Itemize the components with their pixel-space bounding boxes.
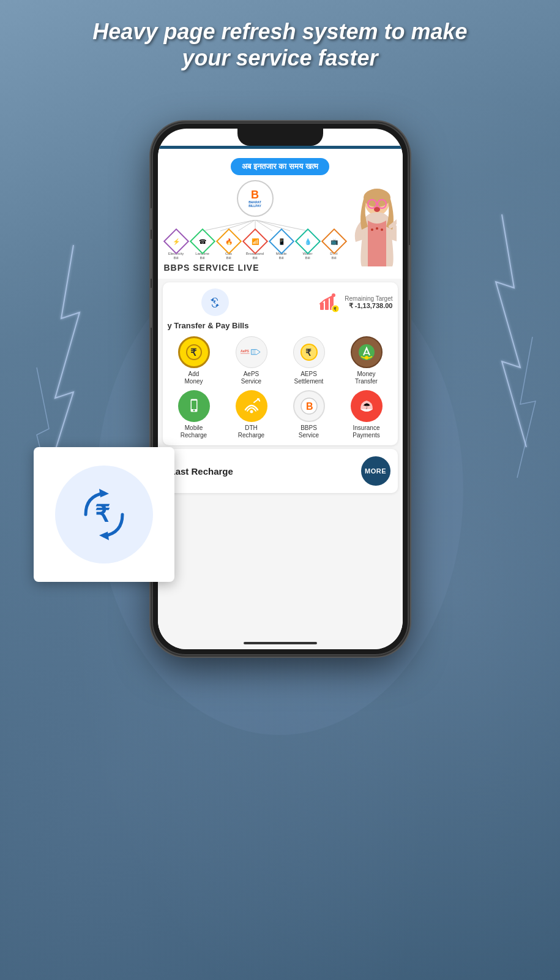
- target-info: Remaining Target ₹ -1,13,738.00: [345, 295, 392, 310]
- phone-button-volume-up: [149, 239, 152, 279]
- last-recharge-title: Last Recharge: [170, 466, 233, 477]
- svg-text:B: B: [306, 401, 313, 412]
- phone-shell: अब इनतजार का समय खत्म B BHARAT BILLPAY: [152, 123, 409, 655]
- bbps-icon-water: 💧 WaterBill: [296, 232, 320, 260]
- svg-line-2: [220, 220, 255, 231]
- bbps-letter: B: [251, 189, 259, 200]
- add-money-icon: ₹: [185, 343, 203, 361]
- bbps-icons-row: ⚡ ElectricityBill ☎ LandlineBill: [164, 232, 346, 260]
- bbps-icon-mobile: 📱 MobileBill: [269, 232, 294, 260]
- bbps-diagram: B BHARAT BILLPAY: [164, 180, 346, 273]
- banner-area: अब इनतजार का समय खत्म B BHARAT BILLPAY: [158, 149, 403, 279]
- bbps-service-label: BBPSService: [299, 424, 319, 439]
- dth-recharge-icon: [243, 398, 260, 415]
- bbps-name2: BILLPAY: [248, 204, 261, 208]
- money-transfer-icon: [357, 343, 376, 361]
- add-money-label: AddMoney: [184, 371, 203, 385]
- remaining-value: ₹ -1,13,738.00: [345, 302, 392, 310]
- service-insurance[interactable]: ☂ InsurancePayments: [340, 390, 393, 439]
- svg-text:☂: ☂: [363, 401, 371, 411]
- header-line2: your service faster: [24, 45, 536, 71]
- service-add-money[interactable]: ₹ AddMoney: [168, 336, 220, 385]
- phone-button-volume-down: [149, 288, 152, 328]
- svg-point-14: [371, 228, 373, 231]
- svg-text:₹: ₹: [213, 300, 216, 304]
- phone-mockup: अब इनतजार का समय खत्म B BHARAT BILLPAY: [152, 123, 409, 655]
- zoom-box-overlay: ₹: [34, 447, 174, 582]
- svg-point-36: [193, 410, 195, 412]
- bbps-service-icon: B: [300, 397, 318, 415]
- zoom-circle: ₹: [55, 466, 153, 564]
- money-row: ₹: [168, 288, 393, 316]
- svg-point-16: [381, 228, 383, 231]
- home-indicator: [244, 642, 317, 644]
- header-text: Heavy page refresh system to make your s…: [0, 18, 560, 71]
- services-area: ₹: [163, 282, 398, 445]
- svg-text:₹: ₹: [95, 501, 110, 527]
- insurance-icon: ☂: [357, 397, 376, 415]
- service-aeps[interactable]: AePS AePSService: [225, 336, 278, 385]
- banner-content: B BHARAT BILLPAY: [164, 180, 397, 273]
- bbps-icon-electricity: ⚡ ElectricityBill: [164, 232, 189, 260]
- svg-point-21: [332, 293, 335, 297]
- svg-point-33: [365, 356, 368, 360]
- aeps-settlement-icon: ₹: [300, 343, 318, 361]
- svg-text:₹: ₹: [190, 347, 197, 358]
- svg-rect-19: [325, 299, 329, 310]
- service-aeps-settlement[interactable]: ₹ AEPSSettlement: [283, 336, 335, 385]
- bbps-icon-landline: ☎ LandlineBill: [190, 232, 215, 260]
- section-title: y Transfer & Pay Bills: [168, 321, 393, 330]
- header-line1: Heavy page refresh system to make: [24, 18, 536, 45]
- svg-point-15: [376, 227, 378, 230]
- svg-rect-35: [192, 401, 196, 409]
- last-recharge-header: Last Recharge MORE: [170, 456, 390, 486]
- phone-inner: अब इनतजार का समय खत्म B BHARAT BILLPAY: [158, 129, 403, 649]
- insurance-label: InsurancePayments: [353, 424, 379, 439]
- phone-notch: [237, 129, 323, 146]
- bbps-icon-gas: 🔥 GasBill: [217, 232, 241, 260]
- bbps-service-live-text: BBPS SERVICE LIVE: [164, 263, 346, 273]
- more-button[interactable]: MORE: [361, 456, 390, 486]
- service-money-transfer[interactable]: MoneyTransfer: [340, 336, 393, 385]
- mobile-recharge-icon: [185, 398, 203, 415]
- money-transfer-label: MoneyTransfer: [355, 371, 378, 385]
- phone-button-mute: [149, 208, 152, 230]
- svg-point-13: [374, 207, 380, 212]
- woman-image: [346, 187, 397, 266]
- chart-icon: ₹: [318, 292, 340, 313]
- hindi-text-badge: अब इनतजार का समय खत्म: [231, 158, 329, 175]
- mobile-recharge-label: MobileRecharge: [181, 424, 207, 439]
- bbps-icon-broadband: 📶 BroadbandBill: [243, 232, 267, 260]
- svg-line-39: [258, 399, 260, 401]
- service-bbps[interactable]: B BBPSService: [283, 390, 335, 439]
- aeps-settlement-label: AEPSSettlement: [294, 371, 324, 385]
- bbps-icon-dth: 📺 DTHBill: [322, 232, 346, 260]
- transfer-button-small[interactable]: ₹: [201, 288, 229, 316]
- dth-recharge-label: DTHRecharge: [238, 424, 264, 439]
- service-mobile-recharge[interactable]: MobileRecharge: [168, 390, 220, 439]
- svg-text:AePS: AePS: [241, 349, 249, 353]
- svg-marker-44: [99, 532, 109, 540]
- svg-marker-43: [99, 489, 109, 497]
- aeps-label: AePSService: [241, 371, 261, 385]
- services-grid: ₹ AddMoney AePS: [168, 336, 393, 439]
- phone-content: अब इनतजार का समय खत्म B BHARAT BILLPAY: [158, 146, 403, 649]
- remaining-label: Remaining Target: [345, 295, 392, 302]
- bbps-center-logo: B BHARAT BILLPAY: [237, 180, 274, 217]
- section-title-text: y Transfer & Pay Bills: [168, 321, 249, 330]
- svg-line-6: [255, 220, 290, 231]
- service-dth-recharge[interactable]: DTHRecharge: [225, 390, 278, 439]
- remaining-target-box: ₹ Remaining Target ₹ -1,13,738.00: [235, 292, 393, 313]
- phone-button-power: [409, 245, 411, 300]
- svg-text:₹: ₹: [305, 347, 312, 358]
- aeps-icon: AePS: [241, 346, 262, 358]
- zoom-transfer-icon: ₹: [73, 484, 135, 545]
- last-recharge-area: Last Recharge MORE: [163, 449, 398, 493]
- svg-point-37: [250, 410, 253, 413]
